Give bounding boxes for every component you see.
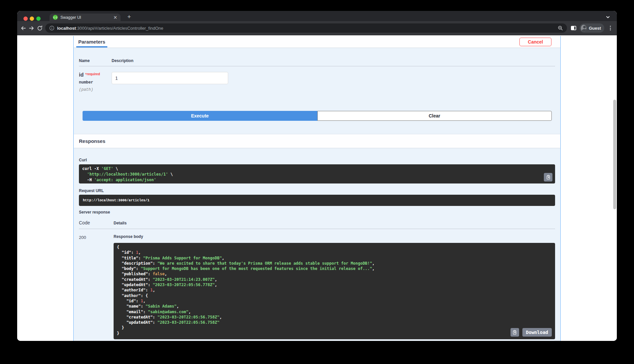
browser-window: {:} Swagger UI ✕ + localhost:3000/api/#/… xyxy=(17,11,617,341)
parameter-row: id *required number (path) xyxy=(79,66,555,92)
responses-section-header: Responses xyxy=(74,134,560,148)
parameter-id-input[interactable] xyxy=(112,72,228,84)
toolbar-right-group: Guest xyxy=(570,23,614,33)
page-scrollbar[interactable] xyxy=(613,100,616,209)
column-header-description: Description xyxy=(112,58,133,63)
url-path: :3000/api/#/articles/ArticlesController_… xyxy=(76,26,163,31)
download-button[interactable]: Download xyxy=(522,328,552,337)
url-text: localhost:3000/api/#/articles/ArticlesCo… xyxy=(57,26,163,31)
responses-body: Curl curl -X 'GET' \ 'http://localhost:3… xyxy=(74,148,560,339)
curl-command-block: curl -X 'GET' \ 'http://localhost:3000/a… xyxy=(79,164,555,183)
response-body-json: { "id": 1, "title": "Prisma Adds Support… xyxy=(114,243,555,339)
execute-button[interactable]: Execute xyxy=(83,111,317,121)
parameters-section-header: Parameters Cancel xyxy=(74,36,560,48)
browser-menu-icon[interactable] xyxy=(607,24,614,32)
profile-label: Guest xyxy=(589,26,601,31)
tab-title: Swagger UI xyxy=(60,15,113,20)
copy-response-button[interactable] xyxy=(511,328,519,337)
copy-curl-button[interactable] xyxy=(544,173,552,182)
response-table-header: Code Details xyxy=(79,220,555,229)
new-tab-icon[interactable]: + xyxy=(125,13,133,20)
cancel-button[interactable]: Cancel xyxy=(519,38,551,46)
browser-titlebar: {:} Swagger UI ✕ + xyxy=(17,11,617,21)
parameters-table: Name Description id *required number (pa… xyxy=(74,48,560,92)
column-header-name: Name xyxy=(79,58,112,63)
parameter-name: id xyxy=(79,72,84,78)
execute-button-group: Execute Clear xyxy=(83,111,552,121)
request-url-label: Request URL xyxy=(79,188,555,193)
status-code: 200 xyxy=(79,234,114,339)
profile-button[interactable]: Guest xyxy=(580,23,604,33)
window-close-button[interactable] xyxy=(23,17,28,21)
back-icon[interactable] xyxy=(19,23,27,33)
responses-title: Responses xyxy=(79,138,105,144)
parameter-location: (path) xyxy=(79,87,112,92)
site-info-icon[interactable] xyxy=(49,25,54,31)
response-row: 200 Response body { "id": 1, "title": "P… xyxy=(79,229,555,339)
tab-parameters[interactable]: Parameters xyxy=(76,36,107,48)
swagger-favicon-icon: {:} xyxy=(53,15,58,20)
curl-label: Curl xyxy=(79,158,555,162)
zoom-icon[interactable] xyxy=(558,25,563,31)
request-url-value: http://localhost:3000/articles/1 xyxy=(79,195,555,206)
tab-close-icon[interactable]: ✕ xyxy=(113,15,117,20)
reload-icon[interactable] xyxy=(36,23,44,33)
window-maximize-button[interactable] xyxy=(36,17,41,21)
browser-toolbar: localhost:3000/api/#/articles/ArticlesCo… xyxy=(17,21,617,35)
avatar xyxy=(581,25,586,32)
code-column-header: Code xyxy=(79,220,114,225)
forward-icon[interactable] xyxy=(27,23,35,33)
server-response-label: Server response xyxy=(79,210,555,215)
required-label: required xyxy=(87,72,100,76)
parameters-title: Parameters xyxy=(78,39,105,45)
operation-block: Parameters Cancel Name Description id *r… xyxy=(73,36,561,341)
address-bar[interactable]: localhost:3000/api/#/articles/ArticlesCo… xyxy=(45,23,567,33)
side-panel-icon[interactable] xyxy=(570,24,578,32)
browser-tab[interactable]: {:} Swagger UI ✕ xyxy=(50,14,121,21)
required-marker: * xyxy=(85,72,87,77)
swagger-page: Parameters Cancel Name Description id *r… xyxy=(17,35,617,341)
response-body-label: Response body xyxy=(114,234,555,239)
tab-search-chevron-icon[interactable] xyxy=(605,14,611,20)
window-minimize-button[interactable] xyxy=(30,17,34,21)
url-host: localhost xyxy=(57,26,76,31)
details-column-header: Details xyxy=(114,221,126,225)
parameter-type: number xyxy=(79,80,112,85)
clear-button[interactable]: Clear xyxy=(317,111,552,121)
